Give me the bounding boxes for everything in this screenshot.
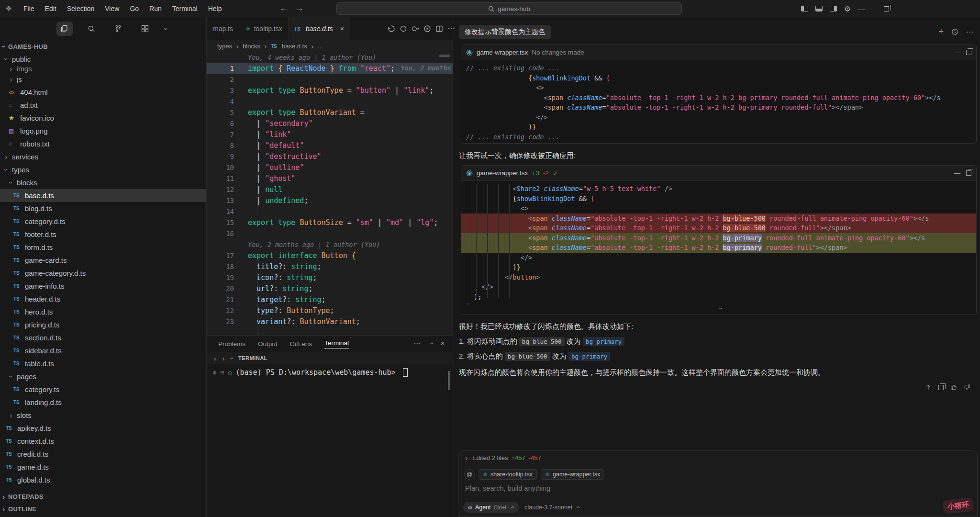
tree-item-game.d.ts[interactable]: TSgame.d.ts xyxy=(0,461,206,473)
tree-item-ad.txt[interactable]: ≡ad.txt xyxy=(0,99,206,112)
settings-gear-icon[interactable]: ⚙ xyxy=(844,4,851,13)
menu-edit[interactable]: Edit xyxy=(40,0,62,17)
tree-item-table.d.ts[interactable]: TStable.d.ts xyxy=(0,357,206,370)
tree-item-game-category.d.ts[interactable]: TSgame-category.d.ts xyxy=(0,267,206,280)
tree-item-blog.d.ts[interactable]: TSblog.d.ts xyxy=(0,202,206,215)
notepads-section[interactable]: › NOTEPADS xyxy=(0,490,207,503)
panel-more-icon[interactable]: ⋯ xyxy=(414,339,421,348)
tree-item-js[interactable]: ›js xyxy=(0,73,206,86)
collapse-icon[interactable]: — xyxy=(954,49,961,56)
run-icon[interactable] xyxy=(423,25,431,33)
extensions-icon[interactable] xyxy=(137,22,153,36)
chat-more-icon[interactable]: ⋯ xyxy=(966,28,973,36)
tree-item-public[interactable]: ›public xyxy=(0,53,206,66)
tree-item-game-info.ts[interactable]: TSgame-info.ts xyxy=(0,280,206,292)
new-chat-icon[interactable]: + xyxy=(938,27,944,37)
search-sidebar-icon[interactable] xyxy=(83,22,100,36)
tree-item-sidebar.d.ts[interactable]: TSsidebar.d.ts xyxy=(0,344,206,357)
workspace-root-header[interactable]: › GAMES-HUB xyxy=(0,40,206,53)
panel-maximize-icon[interactable]: › xyxy=(426,341,434,346)
menu-file[interactable]: File xyxy=(18,0,40,17)
tree-item-global.d.ts[interactable]: TSglobal.d.ts xyxy=(0,473,206,486)
arrow-up-icon[interactable] xyxy=(925,384,932,391)
nav-forward-icon[interactable]: → xyxy=(295,4,303,13)
prev-change-icon[interactable] xyxy=(400,25,407,33)
toggle-sidebar-icon[interactable] xyxy=(801,6,808,11)
expand-chevron-icon[interactable]: › xyxy=(717,306,725,311)
thumbs-up-icon[interactable] xyxy=(950,384,957,391)
tree-item-robots.txt[interactable]: ≡robots.txt xyxy=(0,137,206,150)
tab-map.ts[interactable]: map.ts xyxy=(207,17,239,40)
tree-item-credit.d.ts[interactable]: TScredit.d.ts xyxy=(0,448,206,461)
code-card-filename[interactable]: game-wrapper.tsx xyxy=(477,49,528,56)
tree-item-pages[interactable]: ›pages xyxy=(0,370,206,383)
minimize-button[interactable]: — xyxy=(858,5,865,13)
panel-tab-gitlens[interactable]: GitLens xyxy=(290,340,312,348)
menu-help[interactable]: Help xyxy=(203,0,227,17)
tree-item-category.d.ts[interactable]: TScategory.d.ts xyxy=(0,215,206,228)
tree-item-pricing.d.ts[interactable]: TSpricing.d.ts xyxy=(0,318,206,331)
panel-close-icon[interactable]: × xyxy=(441,339,445,348)
tree-item-hero.d.ts[interactable]: TShero.d.ts xyxy=(0,305,206,318)
restore-button[interactable] xyxy=(884,6,889,11)
tab-base.d.ts[interactable]: TSbase.d.ts× xyxy=(289,17,350,40)
code-editor[interactable]: types›blocks›TSbase.d.ts›... You, 4 week… xyxy=(207,40,453,335)
tree-item-category.ts[interactable]: TScategory.ts xyxy=(0,383,206,396)
chevron-right-icon[interactable]: › xyxy=(212,354,217,362)
terminal-viewport[interactable]: ⊕ ⊟ ○ (base) PS D:\workspace\web\games-h… xyxy=(207,364,453,377)
tree-item-slots[interactable]: ›slots xyxy=(0,409,206,422)
split-editor-icon[interactable] xyxy=(435,25,443,33)
context-chip-share-tooltip.tsx[interactable]: ⚛share-tooltip.tsx xyxy=(479,469,537,480)
panel-tab-terminal[interactable]: Terminal xyxy=(324,339,349,348)
nav-back-icon[interactable]: ← xyxy=(279,4,288,13)
panel-tab-output[interactable]: Output xyxy=(258,340,278,348)
menu-run[interactable]: Run xyxy=(144,0,167,17)
tree-item-services[interactable]: ›services xyxy=(0,150,206,163)
editor-scrollbar[interactable] xyxy=(439,55,450,57)
breadcrumb-item[interactable]: ... xyxy=(318,43,323,50)
tree-item-footer.d.ts[interactable]: TSfooter.d.ts xyxy=(0,228,206,241)
command-center-search[interactable]: games-hub xyxy=(336,2,682,15)
tree-item-form.d.ts[interactable]: TSform.d.ts xyxy=(0,241,206,254)
tree-item-favicon.ico[interactable]: ★favicon.ico xyxy=(0,112,206,124)
sidebar-views-chevron-icon[interactable]: › xyxy=(162,26,170,31)
tree-item-context.d.ts[interactable]: TScontext.d.ts xyxy=(0,435,206,448)
tree-item-apikey.d.ts[interactable]: TSapikey.d.ts xyxy=(0,422,206,435)
tab-tooltip.tsx[interactable]: ⚛tooltip.tsx xyxy=(239,17,289,40)
copy-icon[interactable] xyxy=(938,385,944,390)
chevron-down-icon[interactable]: › xyxy=(228,356,236,360)
more-actions-icon[interactable]: ⋯ xyxy=(447,24,455,33)
tree-item-404.html[interactable]: <>404.html xyxy=(0,86,206,99)
explorer-files-icon[interactable] xyxy=(56,22,73,36)
menu-go[interactable]: Go xyxy=(124,0,144,17)
chat-history-icon[interactable] xyxy=(951,28,958,35)
tree-item-game-card.ts[interactable]: TSgame-card.ts xyxy=(0,254,206,267)
next-change-icon[interactable] xyxy=(412,25,419,33)
tree-item-imgs[interactable]: ›imgs xyxy=(0,66,206,73)
terminal-scrollbar[interactable] xyxy=(448,371,450,390)
outline-section[interactable]: › OUTLINE xyxy=(0,503,207,515)
thumbs-down-icon[interactable] xyxy=(964,384,970,391)
context-chip-game-wrapper.tsx[interactable]: ⚛game-wrapper.tsx xyxy=(541,469,604,480)
close-tab-icon[interactable]: × xyxy=(340,25,344,33)
toggle-secondary-sidebar-icon[interactable] xyxy=(830,6,837,11)
breadcrumb-item[interactable]: blocks xyxy=(243,43,260,50)
tree-item-landing.d.ts[interactable]: TSlanding.d.ts xyxy=(0,396,206,409)
collapse-icon[interactable]: — xyxy=(954,169,961,177)
history-icon[interactable] xyxy=(388,25,395,33)
tree-item-section.d.ts[interactable]: TSsection.d.ts xyxy=(0,331,206,344)
chevron-right-icon[interactable]: › xyxy=(221,354,226,362)
tree-item-base.d.ts[interactable]: TSbase.d.ts xyxy=(0,189,206,202)
diff-card-filename[interactable]: game-wrapper.tsx xyxy=(477,169,528,177)
menu-terminal[interactable]: Terminal xyxy=(167,0,203,17)
source-control-icon[interactable] xyxy=(110,22,126,36)
tree-item-header.d.ts[interactable]: TSheader.d.ts xyxy=(0,292,206,305)
add-context-button[interactable]: @ xyxy=(464,469,475,480)
copy-icon[interactable] xyxy=(966,50,971,55)
menu-selection[interactable]: Selection xyxy=(62,0,100,17)
chat-input[interactable]: Plan, search, build anything xyxy=(458,480,977,492)
tree-item-blocks[interactable]: ›blocks xyxy=(0,176,206,189)
tree-item-logo.png[interactable]: ▨logo.png xyxy=(0,124,206,137)
model-selector[interactable]: claude-3.7-sonnet › xyxy=(524,503,579,511)
agent-mode-selector[interactable]: ∞ Agent Ctrl+I › xyxy=(463,502,519,513)
